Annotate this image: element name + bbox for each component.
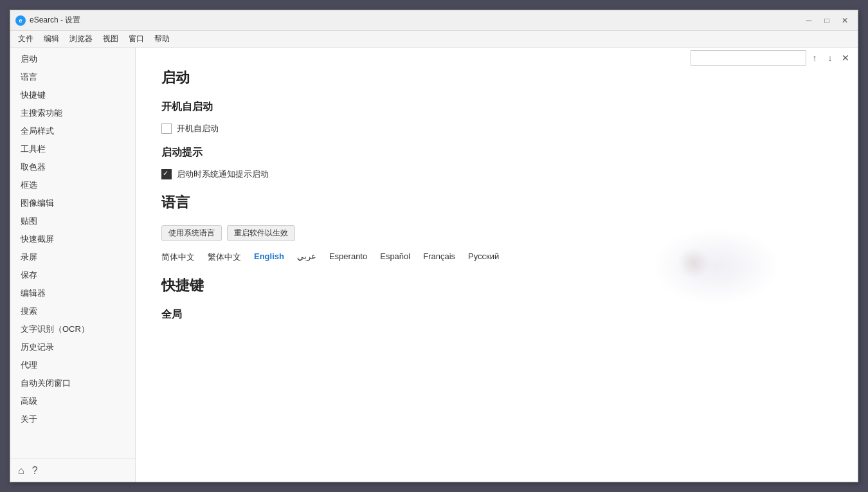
search-close-button[interactable]: ✕ bbox=[838, 50, 853, 66]
content-area: ↑ ↓ ✕ 启动 开机自启动 开机自启动 启动提示 启动时系统通知提示启动 bbox=[136, 48, 858, 482]
sidebar-item-history[interactable]: 历史记录 bbox=[10, 338, 135, 356]
sidebar-item-search[interactable]: 搜索 bbox=[10, 302, 135, 320]
sidebar-item-auto-close[interactable]: 自动关闭窗口 bbox=[10, 374, 135, 392]
menu-item-窗口[interactable]: 窗口 bbox=[123, 32, 149, 46]
search-input[interactable] bbox=[691, 50, 806, 66]
sidebar-item-ocr[interactable]: 文字识别（OCR） bbox=[10, 320, 135, 338]
sidebar-item-record[interactable]: 录屏 bbox=[10, 248, 135, 266]
minimize-button[interactable]: ─ bbox=[801, 14, 817, 28]
sidebar-item-language[interactable]: 语言 bbox=[10, 68, 135, 86]
search-prev-button[interactable]: ↑ bbox=[808, 50, 822, 66]
lang-spanish[interactable]: Español bbox=[380, 251, 410, 263]
lang-list-row: 简体中文 繁体中文 English عربي Esperanto Español… bbox=[161, 251, 832, 263]
lang-russian[interactable]: Русский bbox=[468, 251, 499, 263]
sidebar-item-about[interactable]: 关于 bbox=[10, 410, 135, 428]
sidebar-item-quick-screenshot[interactable]: 快速截屏 bbox=[10, 230, 135, 248]
sidebar-item-proxy[interactable]: 代理 bbox=[10, 356, 135, 374]
title-bar-left: e eSearch - 设置 bbox=[15, 15, 80, 26]
startup-hint-label: 启动时系统通知提示启动 bbox=[177, 169, 269, 180]
startup-hint-checkbox-row: 启动时系统通知提示启动 bbox=[161, 169, 832, 180]
search-next-button[interactable]: ↓ bbox=[823, 50, 837, 66]
title-controls: ─ □ ✕ bbox=[801, 14, 853, 28]
sidebar: 启动 语言 快捷键 主搜索功能 全局样式 工具栏 取色器 框选 图像编辑 贴图 … bbox=[10, 48, 136, 482]
window-title: eSearch - 设置 bbox=[30, 15, 80, 26]
sidebar-item-editor[interactable]: 编辑器 bbox=[10, 284, 135, 302]
sidebar-item-advanced[interactable]: 高级 bbox=[10, 392, 135, 410]
sidebar-item-image-edit[interactable]: 图像编辑 bbox=[10, 194, 135, 212]
lang-traditional-chinese[interactable]: 繁体中文 bbox=[208, 251, 241, 263]
section-shortcuts: 快捷键 全局 bbox=[161, 276, 832, 322]
title-bar: e eSearch - 设置 ─ □ ✕ bbox=[10, 10, 858, 31]
menu-item-帮助[interactable]: 帮助 bbox=[149, 32, 175, 46]
help-icon[interactable]: ? bbox=[32, 465, 38, 477]
sidebar-item-global-style[interactable]: 全局样式 bbox=[10, 122, 135, 140]
startup-hint-checkbox[interactable] bbox=[161, 169, 172, 179]
menu-item-文件[interactable]: 文件 bbox=[13, 32, 39, 46]
sidebar-item-selection[interactable]: 框选 bbox=[10, 176, 135, 194]
section-language: 语言 使用系统语言 重启软件以生效 简体中文 繁体中文 English عربي… bbox=[161, 193, 832, 263]
autostart-subsection-title: 开机自启动 bbox=[161, 100, 832, 114]
shortcuts-section-title: 快捷键 bbox=[161, 276, 832, 295]
close-button[interactable]: ✕ bbox=[837, 14, 853, 28]
main-area: 启动 语言 快捷键 主搜索功能 全局样式 工具栏 取色器 框选 图像编辑 贴图 … bbox=[10, 48, 858, 482]
use-system-lang-button[interactable]: 使用系统语言 bbox=[161, 225, 222, 241]
language-section-title: 语言 bbox=[161, 193, 832, 212]
sidebar-item-sticker[interactable]: 贴图 bbox=[10, 212, 135, 230]
sidebar-item-startup[interactable]: 启动 bbox=[10, 50, 135, 68]
sidebar-item-colorpicker[interactable]: 取色器 bbox=[10, 158, 135, 176]
lang-buttons-row: 使用系统语言 重启软件以生效 bbox=[161, 225, 832, 241]
sidebar-item-shortcuts[interactable]: 快捷键 bbox=[10, 86, 135, 104]
startup-hint-title: 启动提示 bbox=[161, 146, 832, 159]
autostart-label: 开机自启动 bbox=[177, 123, 219, 134]
lang-french[interactable]: Français bbox=[423, 251, 455, 263]
menu-bar: 文件编辑浏览器视图窗口帮助 bbox=[10, 31, 858, 48]
home-icon[interactable]: ⌂ bbox=[18, 465, 24, 477]
maximize-button[interactable]: □ bbox=[819, 14, 835, 28]
section-startup: 启动 开机自启动 开机自启动 启动提示 启动时系统通知提示启动 bbox=[161, 68, 832, 180]
menu-item-视图[interactable]: 视图 bbox=[98, 32, 123, 46]
sidebar-item-search-func[interactable]: 主搜索功能 bbox=[10, 104, 135, 122]
lang-english[interactable]: English bbox=[254, 251, 284, 263]
menu-item-编辑[interactable]: 编辑 bbox=[39, 32, 64, 46]
sidebar-item-save[interactable]: 保存 bbox=[10, 266, 135, 284]
restart-button[interactable]: 重启软件以生效 bbox=[227, 225, 295, 241]
startup-section-title: 启动 bbox=[161, 68, 832, 87]
autostart-checkbox-row: 开机自启动 bbox=[161, 123, 832, 134]
app-window: e eSearch - 设置 ─ □ ✕ 文件编辑浏览器视图窗口帮助 启动 语言… bbox=[10, 10, 858, 482]
search-bar-area: ↑ ↓ ✕ bbox=[685, 48, 858, 68]
menu-item-浏览器[interactable]: 浏览器 bbox=[64, 32, 98, 46]
lang-simplified-chinese[interactable]: 简体中文 bbox=[161, 251, 195, 263]
autostart-checkbox[interactable] bbox=[161, 123, 172, 134]
sidebar-bottom: ⌂ ? bbox=[10, 459, 136, 482]
sidebar-item-toolbar[interactable]: 工具栏 bbox=[10, 140, 135, 158]
lang-esperanto[interactable]: Esperanto bbox=[329, 251, 367, 263]
app-icon: e bbox=[15, 15, 26, 26]
global-shortcuts-title: 全局 bbox=[161, 308, 832, 322]
lang-arabic[interactable]: عربي bbox=[297, 251, 316, 263]
